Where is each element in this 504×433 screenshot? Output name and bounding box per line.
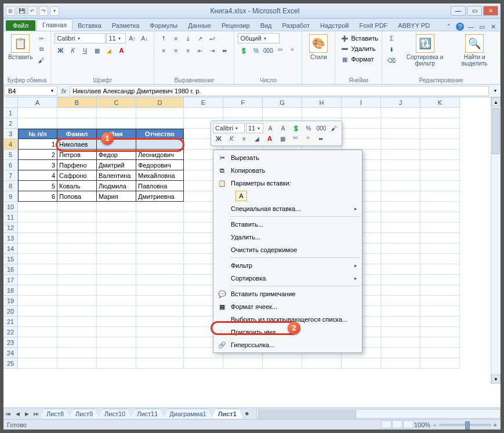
cell[interactable]	[136, 254, 184, 264]
scroll-down-icon[interactable]: ▼	[491, 374, 501, 384]
col-header-D[interactable]: D	[136, 97, 184, 108]
cell[interactable]	[381, 129, 420, 139]
cell[interactable]	[136, 118, 184, 129]
sheet-nav-next-icon[interactable]: ▶	[22, 411, 31, 417]
ctx-sort[interactable]: Сортировка	[215, 272, 361, 285]
font-name-select[interactable]: Calibri▾	[55, 33, 106, 43]
tab-review[interactable]: Рецензир	[216, 20, 255, 31]
cell[interactable]	[420, 160, 460, 170]
cell[interactable]	[97, 233, 136, 243]
cell[interactable]: 2	[18, 150, 57, 160]
cell[interactable]	[57, 223, 97, 233]
cell[interactable]	[18, 264, 57, 275]
cell[interactable]: 5	[18, 181, 57, 191]
row-header[interactable]: 22	[3, 327, 18, 337]
cell[interactable]	[381, 348, 420, 358]
window-restore-icon[interactable]: ▭	[478, 23, 486, 31]
cell[interactable]	[420, 275, 460, 285]
cell[interactable]	[420, 150, 460, 160]
cell[interactable]	[263, 358, 302, 369]
sheet-tab[interactable]: Лист10	[98, 409, 132, 419]
align-top-icon[interactable]: ⤒	[158, 33, 169, 43]
inc-decimal-icon[interactable]: ⁰⁰	[274, 45, 286, 56]
ctx-copy[interactable]: ⧉Копировать	[215, 164, 361, 177]
undo-icon[interactable]: ↶	[28, 6, 37, 16]
mini-size-select[interactable]: 11▾	[246, 123, 263, 133]
new-sheet-icon[interactable]: ✹	[242, 411, 252, 417]
cell[interactable]	[18, 348, 57, 358]
cell[interactable]: Коваль	[57, 181, 97, 191]
select-all-corner[interactable]	[3, 97, 18, 108]
tab-formulas[interactable]: Формулы	[144, 20, 183, 31]
row-header[interactable]: 23	[3, 337, 18, 348]
cell[interactable]	[381, 202, 420, 212]
ctx-format-cells[interactable]: ▦Формат ячеек...	[215, 300, 361, 313]
cell[interactable]	[381, 233, 420, 243]
cell[interactable]	[18, 358, 57, 369]
cell[interactable]	[97, 296, 136, 306]
cell[interactable]	[381, 264, 420, 275]
cell[interactable]	[136, 223, 184, 233]
row-header[interactable]: 16	[3, 264, 18, 275]
font-size-select[interactable]: 11▾	[106, 33, 126, 43]
cell[interactable]	[57, 108, 97, 118]
cell[interactable]	[136, 212, 184, 223]
row-header[interactable]: 11	[3, 212, 18, 223]
cell[interactable]	[57, 327, 97, 337]
horizontal-scrollbar[interactable]	[256, 409, 501, 419]
cell[interactable]	[57, 316, 97, 327]
cut-icon[interactable]: ✂	[35, 33, 47, 43]
percent-icon[interactable]: %	[250, 45, 262, 56]
ctx-cut[interactable]: ✂Вырезать	[215, 151, 361, 164]
mini-font-select[interactable]: Calibri▾	[213, 123, 245, 133]
copy-icon[interactable]: ⧉	[35, 44, 47, 54]
sheet-nav-first-icon[interactable]: ⏮	[3, 411, 13, 417]
row-header[interactable]: 24	[3, 348, 18, 358]
window-minus-icon[interactable]: —	[467, 23, 475, 31]
tab-file[interactable]: Файл	[6, 20, 35, 31]
cell[interactable]	[57, 285, 97, 296]
scroll-up-icon[interactable]: ▲	[491, 97, 501, 107]
sheet-nav-last-icon[interactable]: ⏭	[31, 411, 41, 417]
qat-dropdown-icon[interactable]: ▾	[50, 6, 59, 16]
cell[interactable]	[420, 348, 460, 358]
cell[interactable]	[136, 358, 184, 369]
zoom-slider[interactable]	[439, 424, 491, 426]
cell[interactable]	[18, 337, 57, 348]
cell[interactable]	[420, 108, 460, 118]
cell[interactable]	[136, 348, 184, 358]
row-header[interactable]: 6	[3, 160, 18, 170]
mini-merge-icon[interactable]: ⬌	[315, 133, 327, 144]
cell[interactable]	[381, 358, 420, 369]
tab-data[interactable]: Данные	[183, 20, 216, 31]
cell[interactable]	[97, 358, 136, 369]
fx-icon[interactable]: fx	[58, 88, 70, 94]
cell[interactable]	[420, 254, 460, 264]
col-header-E[interactable]: E	[184, 97, 223, 108]
cell[interactable]	[420, 223, 460, 233]
cell[interactable]: Павловна	[136, 181, 184, 191]
font-color-icon[interactable]: А	[115, 45, 127, 56]
cell[interactable]	[57, 275, 97, 285]
cell[interactable]: Отчество	[136, 129, 184, 139]
clear-icon[interactable]: ⌫	[386, 55, 397, 66]
cell[interactable]	[420, 233, 460, 243]
cell[interactable]	[381, 254, 420, 264]
cell[interactable]	[18, 275, 57, 285]
mini-fill-icon[interactable]: ◢	[251, 133, 263, 144]
window-close-icon[interactable]: ✕	[489, 23, 497, 31]
cell[interactable]	[381, 285, 420, 296]
cell[interactable]	[18, 118, 57, 129]
cell[interactable]	[420, 118, 460, 129]
cell[interactable]	[342, 118, 381, 129]
tab-insert[interactable]: Вставка	[72, 20, 107, 31]
cell[interactable]	[381, 296, 420, 306]
cell[interactable]	[136, 139, 184, 150]
ctx-paste-special[interactable]: Специальная вставка...	[215, 202, 361, 215]
comma-icon[interactable]: 000	[262, 45, 274, 56]
orientation-icon[interactable]: ↗	[194, 33, 206, 43]
align-middle-icon[interactable]: ≡	[170, 33, 182, 43]
col-header-J[interactable]: J	[381, 97, 420, 108]
row-header[interactable]: 18	[3, 285, 18, 296]
align-right-icon[interactable]: ≡	[182, 45, 194, 56]
